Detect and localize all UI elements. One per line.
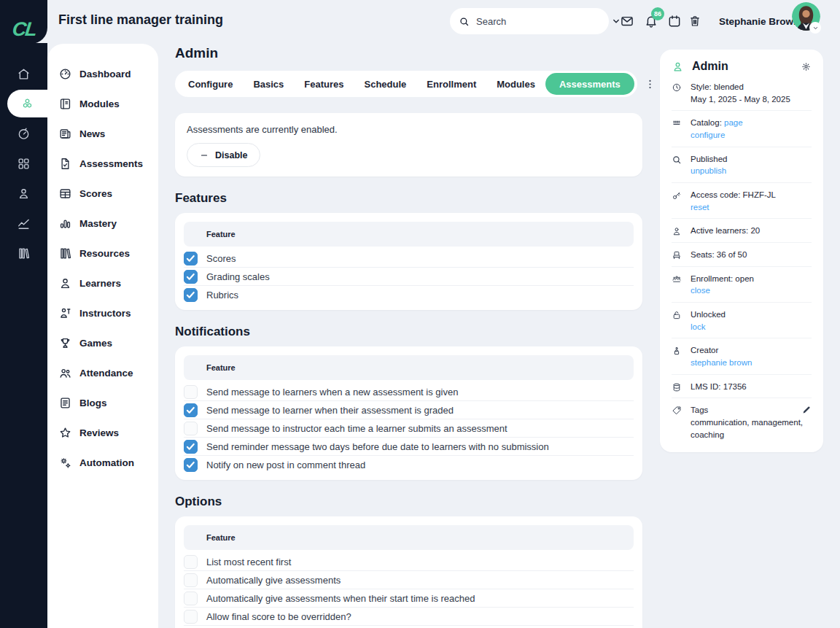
person-icon [17, 187, 31, 201]
rail-item-library[interactable] [0, 239, 47, 268]
person-icon [58, 276, 72, 290]
tab-features[interactable]: Features [294, 73, 354, 95]
sidebar-item-instructors[interactable]: Instructors [47, 298, 158, 328]
rail-item-analytics[interactable] [0, 209, 47, 239]
section-options: Options Feature List most recent first A… [175, 495, 642, 628]
bar-chart-icon [58, 217, 72, 230]
mail-icon[interactable] [620, 14, 634, 28]
lock-link[interactable]: lock [691, 322, 705, 331]
rail-item-apps-grid[interactable] [0, 149, 47, 179]
section-title: Notifications [175, 325, 642, 339]
sidebar-item-automation[interactable]: Automation [47, 448, 158, 478]
checkbox[interactable] [184, 422, 198, 435]
feature-label: Notify on new post in comment thread [206, 460, 365, 470]
feature-label: Send message to learners when a new asse… [206, 387, 458, 398]
checkbox[interactable] [184, 555, 198, 569]
table-icon [58, 187, 72, 201]
unlocked-label: Unlocked [691, 309, 726, 321]
sidebar-item-label: Resources [79, 248, 130, 259]
sidebar-item-label: Games [79, 338, 112, 349]
sidebar-item-scores[interactable]: Scores [47, 179, 158, 209]
unpublish-link[interactable]: unpublish [691, 166, 726, 175]
disable-button[interactable]: Disable [187, 143, 260, 167]
checkbox[interactable] [184, 610, 198, 624]
tab-basics[interactable]: Basics [243, 73, 294, 95]
admin-person-icon [672, 61, 684, 73]
sidebar-item-attendance[interactable]: Attendance [47, 358, 158, 388]
book-icon [58, 97, 72, 111]
gear-icon[interactable] [801, 61, 812, 72]
feature-label: Allow final score to be overridden? [206, 611, 351, 622]
checkbox[interactable] [184, 573, 198, 587]
notifications-button[interactable]: 86 [644, 14, 658, 28]
tab-enrollment[interactable]: Enrollment [416, 73, 486, 95]
feature-label: Rubrics [206, 290, 238, 301]
feature-row: Automatically give assessments [184, 571, 634, 589]
course-title: First line manager training [58, 12, 223, 28]
published-label: Published [691, 153, 728, 166]
app-logo[interactable]: CL [0, 0, 47, 44]
sidebar-item-games[interactable]: Games [47, 328, 158, 358]
sidebar-item-reviews[interactable]: Reviews [47, 418, 158, 448]
search-input[interactable] [476, 16, 604, 27]
reset-link[interactable]: reset [691, 203, 709, 212]
people-icon [58, 366, 72, 380]
close-enrollment-link[interactable]: close [691, 286, 710, 295]
catalog-configure-link[interactable]: configure [691, 131, 725, 139]
tab-schedule[interactable]: Schedule [354, 73, 417, 95]
rail-item-person[interactable] [0, 179, 47, 209]
tags-label: Tags [691, 404, 812, 416]
sidebar-item-label: Learners [79, 278, 121, 289]
catalog-grid-icon [672, 118, 682, 128]
checkbox[interactable] [184, 592, 198, 605]
sidebar-item-label: Modules [79, 98, 120, 109]
tab-configure[interactable]: Configure [178, 73, 243, 95]
checkbox[interactable] [184, 270, 198, 284]
sidebar-item-label: Scores [79, 188, 112, 199]
tab-modules[interactable]: Modules [486, 73, 545, 95]
checkbox[interactable] [184, 458, 198, 472]
feature-label: Send message to instructor each time a l… [206, 423, 508, 434]
feature-label: Grading scales [206, 271, 270, 282]
creator-link[interactable]: stephanie brown [691, 358, 752, 367]
style-row: Style: blended May 1, 2025 - May 8, 2025 [672, 75, 812, 111]
calendar-icon[interactable] [667, 14, 682, 28]
checkbox[interactable] [184, 252, 198, 265]
trash-icon[interactable] [688, 14, 701, 28]
rail-item-home[interactable] [0, 59, 47, 89]
edit-tags-icon[interactable] [801, 405, 812, 415]
checkbox[interactable] [184, 385, 198, 399]
sidebar-item-modules[interactable]: Modules [47, 89, 158, 119]
user-menu-caret[interactable] [809, 22, 821, 34]
sidebar-item-news[interactable]: News [47, 119, 158, 149]
search-icon [672, 155, 682, 165]
tabs-overflow-button[interactable] [644, 78, 656, 90]
people-group-icon [672, 274, 682, 284]
section-card: Feature Scores Grading scales Rubrics [175, 213, 642, 310]
tab-assessments[interactable]: Assessments [545, 73, 634, 95]
rail-item-gauge[interactable] [0, 119, 47, 149]
sidebar-item-learners[interactable]: Learners [47, 268, 158, 298]
sidebar-item-mastery[interactable]: Mastery [47, 209, 158, 239]
library-icon [58, 247, 72, 260]
feature-row: Grading scales [184, 268, 634, 286]
checkbox[interactable] [184, 288, 198, 302]
checkbox[interactable] [184, 403, 198, 417]
checkbox[interactable] [184, 440, 198, 454]
search-box[interactable] [450, 8, 609, 34]
feature-row: Allow final score to be overridden? [184, 608, 634, 626]
tags-row: Tags communication, management, coaching [672, 398, 812, 442]
sidebar-item-label: Attendance [79, 368, 133, 379]
assessments-status-card: Assessments are currently enabled. Disab… [175, 113, 642, 177]
star-icon [58, 426, 72, 440]
catalog-page-link[interactable]: page [724, 118, 743, 127]
sidebar-item-resources[interactable]: Resources [47, 239, 158, 268]
sidebar-item-label: Mastery [79, 218, 117, 229]
gears-icon [58, 456, 72, 470]
topbar: First line manager training 86 Stephanie… [0, 0, 840, 44]
person-icon [672, 226, 682, 236]
sidebar-item-assessments[interactable]: Assessments [47, 149, 158, 179]
sidebar-item-blogs[interactable]: Blogs [47, 388, 158, 418]
rail-item-modules-hex[interactable] [7, 90, 47, 117]
sidebar-item-dashboard[interactable]: Dashboard [47, 59, 158, 89]
